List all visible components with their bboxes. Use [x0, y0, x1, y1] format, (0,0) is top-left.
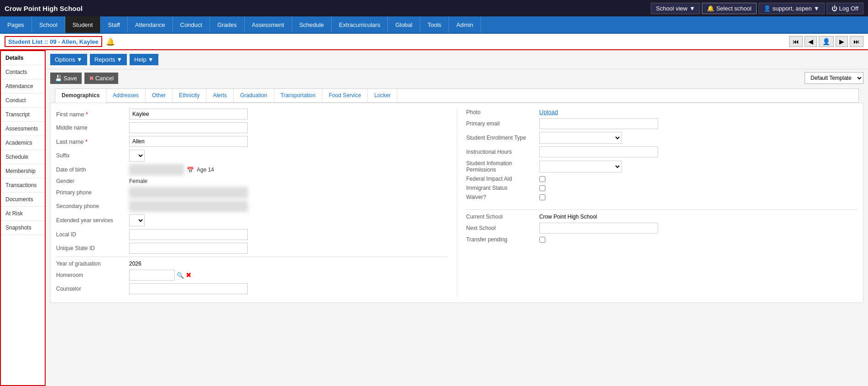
extended-year-row: Extended year services	[56, 214, 448, 226]
calendar-icon[interactable]: 📅	[187, 167, 194, 173]
breadcrumb: Student List :: 09 - Allen, Kaylee	[5, 36, 102, 47]
sidebar-item-transcript[interactable]: Transcript	[1, 108, 45, 122]
tab-staff[interactable]: Staff	[100, 16, 128, 33]
subtab-alerts[interactable]: Alerts	[206, 89, 234, 102]
subtab-ethnicity[interactable]: Ethnicity	[173, 89, 206, 102]
log-off-button[interactable]: ⏻ Log Off	[826, 3, 863, 14]
enrollment-type-row: Student Enrollment Type	[466, 132, 858, 144]
reports-menu-button[interactable]: Reports ▼	[90, 54, 127, 65]
action-bar: 💾 Save ✖ Cancel Default Template	[46, 69, 868, 87]
extended-year-select[interactable]	[129, 214, 145, 226]
dob-input[interactable]	[129, 164, 184, 175]
nav-next-button[interactable]: ▶	[836, 36, 848, 47]
nav-last-button[interactable]: ⏭	[850, 36, 863, 47]
sidebar-item-snapshots[interactable]: Snapshots	[1, 221, 45, 235]
sidebar-item-membership[interactable]: Membership	[1, 164, 45, 178]
record-navigation-bar: ⏮ ◀ 👤 ▶ ⏭	[789, 36, 863, 47]
middle-name-input[interactable]	[129, 122, 248, 133]
secondary-phone-label: Secondary phone	[56, 203, 129, 209]
photo-row: Photo Upload	[466, 109, 858, 115]
nav-user-button[interactable]: 👤	[819, 36, 834, 47]
unique-state-id-row: Unique State ID	[56, 243, 448, 254]
tab-pages[interactable]: Pages	[0, 16, 32, 33]
counselor-input[interactable]	[129, 283, 248, 294]
federal-impact-checkbox[interactable]	[539, 176, 545, 182]
options-menu-button[interactable]: Options ▼	[50, 54, 87, 65]
template-select[interactable]: Default Template	[805, 72, 863, 84]
tab-tools[interactable]: Tools	[420, 16, 449, 33]
main-layout: Details Contacts Attendance Conduct Tran…	[0, 50, 868, 386]
sidebar-item-at-risk[interactable]: At Risk	[1, 207, 45, 221]
subtab-food-service[interactable]: Food Service	[322, 89, 368, 102]
sidebar-item-conduct[interactable]: Conduct	[1, 94, 45, 108]
enrollment-type-select[interactable]	[539, 132, 622, 144]
subtab-transportation[interactable]: Transportation	[274, 89, 323, 102]
upload-link[interactable]: Upload	[539, 109, 558, 115]
sidebar-item-assessments[interactable]: Assessments	[1, 122, 45, 136]
transfer-pending-checkbox[interactable]	[539, 237, 545, 243]
tab-schedule[interactable]: Schedule	[292, 16, 332, 33]
reports-label: Reports	[94, 56, 115, 63]
tab-grades[interactable]: Grades	[210, 16, 245, 33]
sidebar-item-details[interactable]: Details	[1, 51, 45, 65]
info-permissions-select[interactable]	[539, 161, 622, 172]
waiver-label: Waiver?	[466, 194, 539, 200]
alert-bell-icon[interactable]: 🔔	[106, 37, 115, 46]
tab-school[interactable]: School	[32, 16, 65, 33]
nav-prev-button[interactable]: ◀	[805, 36, 817, 47]
nav-first-button[interactable]: ⏮	[789, 36, 803, 47]
tab-admin[interactable]: Admin	[449, 16, 481, 33]
tab-student[interactable]: Student	[65, 16, 101, 33]
save-cancel-group: 💾 Save ✖ Cancel	[50, 73, 118, 84]
subtab-locker[interactable]: Locker	[368, 89, 397, 102]
save-button[interactable]: 💾 Save	[50, 73, 82, 84]
school-view-button[interactable]: School view ▼	[651, 3, 700, 14]
first-name-input[interactable]	[129, 109, 248, 120]
tab-extracurriculars[interactable]: Extracurriculars	[332, 16, 388, 33]
immigrant-status-checkbox[interactable]	[539, 185, 545, 191]
last-name-input[interactable]	[129, 136, 248, 147]
subtab-addresses[interactable]: Addresses	[106, 89, 146, 102]
primary-email-input[interactable]	[539, 118, 658, 129]
breadcrumb-link[interactable]: Student List	[8, 38, 42, 45]
unique-state-id-input[interactable]	[129, 243, 248, 254]
subtab-demographics[interactable]: Demographics	[55, 89, 106, 103]
tab-attendance[interactable]: Attendance	[128, 16, 173, 33]
bell-icon: 🔔	[707, 5, 714, 12]
user-menu-button[interactable]: 👤 support, aspen ▼	[758, 3, 825, 14]
tab-conduct[interactable]: Conduct	[173, 16, 210, 33]
primary-email-label: Primary email	[466, 120, 539, 127]
sidebar-item-transactions[interactable]: Transactions	[1, 178, 45, 193]
info-permissions-row: Student Infomation Permissions	[466, 160, 858, 173]
homeroom-input[interactable]	[129, 270, 175, 281]
dob-input-group: 📅 Age 14	[129, 164, 214, 175]
middle-name-row: Middle name	[56, 122, 448, 133]
secondary-phone-input[interactable]	[129, 201, 248, 212]
sidebar-item-contacts[interactable]: Contacts	[1, 65, 45, 79]
tab-assessment[interactable]: Assessment	[245, 16, 292, 33]
instructional-hours-input[interactable]	[539, 146, 658, 157]
help-menu-button[interactable]: Help ▼	[130, 54, 158, 65]
subtab-other[interactable]: Other	[146, 89, 173, 102]
subtab-graduation[interactable]: Graduation	[234, 89, 274, 102]
sidebar-item-attendance[interactable]: Attendance	[1, 79, 45, 94]
sub-tabs: Demographics Addresses Other Ethnicity A…	[55, 89, 859, 103]
sidebar-item-documents[interactable]: Documents	[1, 193, 45, 207]
next-school-input[interactable]	[539, 223, 658, 234]
local-id-input[interactable]	[129, 229, 248, 240]
tab-global[interactable]: Global	[388, 16, 420, 33]
primary-phone-input[interactable]	[129, 187, 248, 198]
current-school-row: Current School Crow Point High School	[466, 214, 858, 220]
cancel-button[interactable]: ✖ Cancel	[84, 73, 118, 84]
secondary-phone-row: Secondary phone	[56, 201, 448, 212]
homeroom-search-icon[interactable]: 🔍	[177, 272, 184, 279]
user-icon: 👤	[763, 5, 771, 12]
suffix-select[interactable]	[129, 150, 145, 162]
sidebar-item-academics[interactable]: Academics	[1, 136, 45, 150]
sidebar-item-schedule[interactable]: Schedule	[1, 150, 45, 164]
next-school-row: Next School	[466, 223, 858, 234]
dob-label: Date of birth	[56, 167, 129, 173]
waiver-checkbox[interactable]	[539, 194, 545, 200]
select-school-button[interactable]: 🔔 Select school	[702, 3, 756, 14]
homeroom-clear-icon[interactable]: ✖	[186, 271, 192, 279]
